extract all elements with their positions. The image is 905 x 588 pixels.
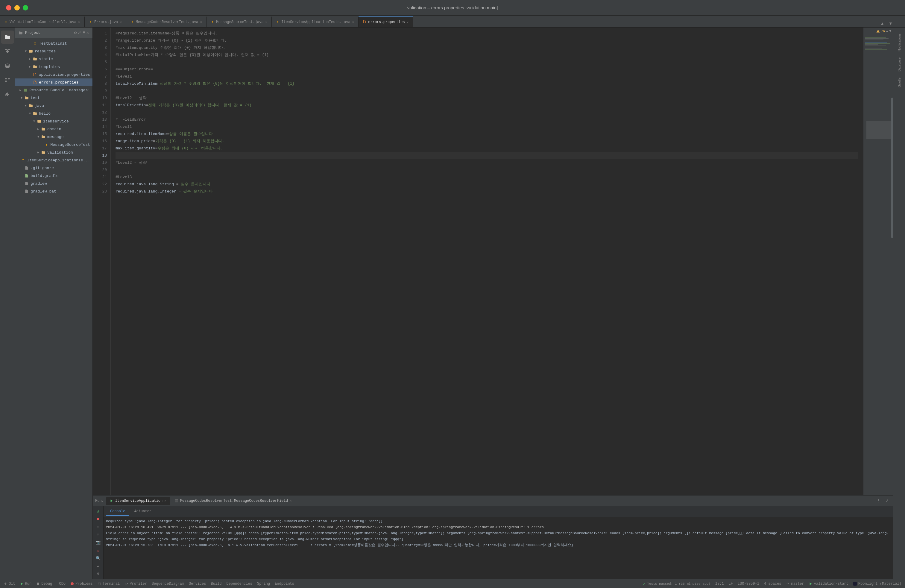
bottom-panel-menu[interactable]: ⋮: [875, 497, 882, 504]
tree-item-errors-properties[interactable]: errors.properties: [15, 78, 92, 86]
tab-itemserviceapplicationtests-java[interactable]: ItemServiceApplicationTests.java✕: [272, 16, 359, 27]
tree-item-gradlew-bat[interactable]: gradlew.bat: [15, 188, 92, 195]
build-status[interactable]: Build: [211, 582, 222, 586]
bottom-panel-expand[interactable]: ⤢: [883, 497, 891, 504]
sequence-diagram-status[interactable]: SequenceDiagram: [152, 582, 184, 586]
console-content[interactable]: Required type 'java.lang.Integer' for pr…: [103, 517, 893, 579]
tab-scroll-down[interactable]: ▼: [887, 20, 894, 27]
code-line-22: required.java.lang.String = 필수 문자입니다.: [116, 181, 858, 188]
project-panel-close[interactable]: ✕: [86, 30, 89, 35]
code-line-14: #Level1: [116, 123, 858, 130]
console-toolbar: ↺ ■ ⬆ ⬇ 📷 ⚠ 🔍 ↵ 🖨: [93, 506, 103, 579]
sidebar-icon-git[interactable]: [1, 88, 14, 101]
notifications-icon[interactable]: Notifications: [896, 30, 902, 54]
filter-button[interactable]: 🔍: [94, 555, 102, 562]
git-status[interactable]: Git: [3, 582, 15, 586]
restart-button[interactable]: ↺: [94, 508, 102, 515]
tree-item-testdatainit[interactable]: TestDataInit: [15, 40, 92, 47]
minimize-button[interactable]: [14, 5, 20, 11]
tree-item-java[interactable]: ▼java: [15, 102, 92, 110]
tree-item-hello[interactable]: ▼hello: [15, 110, 92, 118]
maximize-button[interactable]: [23, 5, 28, 11]
tree-item-messagesourcetest[interactable]: MessageSourceTest: [15, 141, 92, 148]
tree-item-itemservice[interactable]: ▼itemservice: [15, 118, 92, 125]
tree-item-static[interactable]: ▶static: [15, 55, 92, 63]
line-number-11: 11: [93, 102, 110, 109]
tab-errors-java[interactable]: Errors.java✕: [85, 16, 126, 27]
problems-status[interactable]: Problems: [70, 582, 93, 586]
minimap: 76 ▲ ▼: [863, 27, 893, 495]
title-bar: validation – errors.properties [validati…: [0, 0, 905, 16]
project-panel-gear[interactable]: ≡: [83, 30, 85, 35]
profiler-status[interactable]: Profiler: [124, 582, 147, 586]
line-number-7: 7: [93, 73, 110, 80]
tab-validationitemcontrollerv2-java[interactable]: ValidationItemControllerV2.java✕: [0, 16, 85, 27]
indent[interactable]: 4 spaces: [764, 582, 781, 586]
tab-bar-actions: ▲ ▼ ⋮: [876, 20, 905, 27]
run-profile[interactable]: validation-start: [809, 582, 848, 586]
theme-name[interactable]: Moonlight (Material): [853, 582, 902, 586]
tree-item-vallidation[interactable]: ▶vallidation: [15, 148, 92, 156]
tree-item-domain[interactable]: ▶domain: [15, 125, 92, 133]
code-line-11: totalPriceMin=전체 가격은 {0}원 이상이어야 합니다. 현재 …: [116, 102, 858, 109]
console-tab-console[interactable]: Console: [106, 507, 129, 516]
spring-status[interactable]: Spring: [257, 582, 270, 586]
line-number-8: 8: [93, 80, 110, 87]
line-number-16: 16: [93, 138, 110, 145]
debug-status[interactable]: Debug: [36, 582, 52, 586]
tree-item-message[interactable]: ▼message: [15, 133, 92, 141]
code-line-2: #range.item.price=가격은 {0} ~ {1} 까지 허용합니다…: [116, 37, 858, 44]
project-panel-settings[interactable]: ⚙: [74, 30, 76, 35]
git-branch[interactable]: master: [786, 582, 804, 586]
stop-button[interactable]: ■: [94, 516, 102, 523]
tree-item-test[interactable]: ▼test: [15, 94, 92, 102]
sidebar-icon-commit[interactable]: [1, 45, 14, 58]
print-button[interactable]: 🖨: [94, 571, 102, 577]
encoding[interactable]: ISO-8859-1: [738, 582, 759, 586]
tab-errors-properties[interactable]: errors.properties✕: [359, 16, 413, 27]
database-right-icon[interactable]: Database: [896, 54, 902, 75]
minimap-scrollbar[interactable]: [891, 98, 893, 238]
dependencies-status[interactable]: Dependencies: [227, 582, 252, 586]
terminal-status[interactable]: Terminal: [98, 582, 120, 586]
run-tab-itemservice[interactable]: ItemServiceApplication ✕: [106, 497, 170, 505]
project-tree: TestDataInit▼resources▶static▶templatesa…: [15, 38, 92, 579]
sidebar-icon-project[interactable]: [1, 30, 14, 44]
run-tab-messagecodes[interactable]: MessageCodesResolverTest.MessageCodesRes…: [171, 497, 295, 505]
gradle-right-icon[interactable]: Gradle: [896, 75, 902, 91]
line-ending[interactable]: LF: [729, 582, 733, 586]
scroll-top-button[interactable]: ⬆: [94, 524, 102, 530]
tree-item-gradlew[interactable]: gradlew: [15, 180, 92, 188]
tab-scroll-up[interactable]: ▲: [879, 20, 886, 27]
sidebar-icon-database[interactable]: [1, 59, 14, 72]
run-status[interactable]: Run: [20, 582, 32, 586]
todo-status[interactable]: TODO: [57, 582, 65, 586]
tab-messagecodesresolvertest-java[interactable]: MessageCodesResolverTest.java✕: [126, 16, 206, 27]
scroll-bottom-button[interactable]: ⬇: [94, 531, 102, 538]
cursor-position[interactable]: 18:1: [715, 582, 724, 586]
screenshot-button[interactable]: 📷: [94, 539, 102, 546]
endpoints-status[interactable]: Endpoints: [275, 582, 294, 586]
tree-item-build-gradle[interactable]: build.gradle: [15, 172, 92, 180]
project-panel-expand[interactable]: ⤢: [78, 30, 81, 35]
services-status[interactable]: Services: [189, 582, 206, 586]
line-number-9: 9: [93, 87, 110, 95]
line-number-20: 20: [93, 167, 110, 174]
tree-item-itemserviceapplicationte---[interactable]: ItemServiceApplicationTe...: [15, 156, 92, 164]
tab-messagesourcetest-java[interactable]: MessageSourceTest.java✕: [206, 16, 272, 27]
tree-item-templates[interactable]: ▶templates: [15, 63, 92, 71]
error-filter[interactable]: ⚠: [94, 547, 102, 554]
tree-item-application-properties[interactable]: application.properties: [15, 71, 92, 78]
tab-menu[interactable]: ⋮: [895, 20, 903, 27]
soft-wrap[interactable]: ↵: [94, 563, 102, 569]
sidebar-icon-pullrequest[interactable]: [1, 74, 14, 87]
tree-item--gitignore[interactable]: .gitignore: [15, 164, 92, 172]
code-area[interactable]: #required.item.itemName=상품 이름은 필수입니다.#ra…: [111, 27, 863, 495]
close-button[interactable]: [6, 5, 11, 11]
test-status: Tests passed: 1 (35 minutes ago): [643, 582, 710, 586]
code-line-16: range.item.price=가격은 {0} ~ {1} 까지 허용합니다.: [116, 138, 858, 145]
tree-item-resource-bundle--messages-[interactable]: ▶Resource Bundle 'messages': [15, 86, 92, 94]
tree-item-resources[interactable]: ▼resources: [15, 47, 92, 55]
console-tab-actuator[interactable]: Actuator: [130, 507, 156, 516]
line-number-14: 14: [93, 123, 110, 130]
